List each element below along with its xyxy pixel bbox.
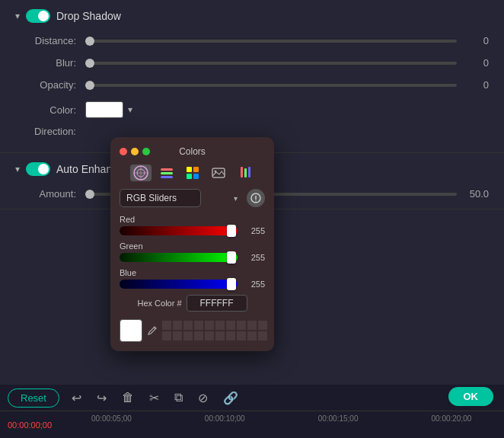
opacity-slider[interactable] [85,84,457,87]
blur-thumb[interactable] [85,59,94,68]
auto-enhance-toggle[interactable] [26,162,50,176]
swatch-cell[interactable] [194,321,203,330]
swatch-cell[interactable] [162,321,171,330]
blue-slider-thumb[interactable] [227,278,236,290]
green-slider-thumb[interactable] [227,251,236,264]
timeline-ruler: 00:00:05;00 00:00:10;00 00:00:15;00 00:0… [91,411,504,438]
time-marker-1: 00:00:10;00 [205,414,245,423]
distance-label: Distance: [15,35,76,46]
color-dropdown-arrow-icon[interactable]: ▾ [128,104,132,115]
svg-rect-10 [193,174,199,179]
swatch-cell[interactable] [215,321,225,330]
opacity-thumb[interactable] [85,81,94,90]
swatch-cell[interactable] [237,321,246,330]
current-time: 00:00:00;00 [8,420,91,430]
swatch-cell[interactable] [183,331,193,340]
tab-image-palette[interactable] [208,165,229,181]
time-marker-0: 00:00:05;00 [91,414,132,423]
drop-shadow-title: Drop Shadow [56,10,121,22]
hex-row: Hex Color # [120,295,265,312]
drop-shadow-chevron-icon[interactable]: ▾ [15,11,20,21]
hex-label: Hex Color # [137,299,181,308]
blue-slider-track[interactable] [120,280,238,289]
eyedropper-button[interactable] [147,322,158,339]
auto-enhance-chevron-icon[interactable]: ▾ [15,164,20,174]
blur-label: Blur: [15,57,76,69]
blur-value: 0 [466,57,489,69]
popup-titlebar: Colors [120,146,265,157]
select-arrow-icon: ▾ [234,194,238,203]
swatch-grid [162,321,267,340]
svg-rect-6 [161,176,173,178]
close-dot[interactable] [120,148,127,155]
color-swatch[interactable] [85,101,123,118]
timeline: Reset ↩ ↪ 🗑 ✂ ⧉ ⊘ 🔗 00:00:00;00 00:00:05… [0,385,504,438]
svg-rect-9 [187,174,192,179]
green-slider-track[interactable] [120,253,238,262]
red-slider-thumb[interactable] [227,225,236,237]
amount-thumb[interactable] [85,190,94,199]
minimize-dot[interactable] [131,148,139,155]
ok-button[interactable]: OK [448,387,494,406]
reset-button[interactable]: Reset [8,388,59,408]
direction-label: Direction: [15,126,76,137]
swatch-cell[interactable] [162,331,171,340]
tab-color-sliders[interactable] [156,165,177,181]
green-slider-container: 255 [120,253,265,262]
copy-button[interactable]: ⧉ [171,389,186,406]
preview-swatch [120,319,142,342]
green-slider-row: Green 255 [120,241,265,262]
green-value: 255 [242,253,265,262]
drop-shadow-section: ▾ Drop Shadow Distance: 0 Blur: 0 Opacit… [0,0,504,153]
blur-slider[interactable] [85,62,457,65]
opacity-row: Opacity: 0 [15,79,489,91]
color-mode-select[interactable]: RGB Sliders HSB Sliders HSL Sliders Gray… [120,189,201,207]
delete-button[interactable]: 🗑 [119,389,137,406]
swatch-cell[interactable] [226,331,235,340]
swatch-cell[interactable] [237,331,246,340]
timeline-track: 00:00:00;00 00:00:05;00 00:00:10;00 00:0… [0,411,504,438]
tab-pencils[interactable] [234,165,255,181]
distance-slider[interactable] [85,40,457,43]
link-button[interactable]: 🔗 [220,389,241,407]
red-slider-row: Red 255 [120,215,265,235]
swatch-cell[interactable] [173,331,182,340]
maximize-dot[interactable] [142,148,150,155]
colors-popup-title: Colors [179,146,206,157]
redo-button[interactable]: ↪ [94,389,110,407]
distance-thumb[interactable] [85,37,94,46]
swatch-cell[interactable] [247,331,257,340]
swatch-cell[interactable] [258,321,267,330]
swatches-bottom [120,319,265,342]
swatch-cell[interactable] [194,331,203,340]
swatch-cell[interactable] [247,321,257,330]
swatch-cell[interactable] [205,321,214,330]
time-marker-3: 00:00:20;00 [431,414,471,423]
swatch-cell[interactable] [258,331,267,340]
distance-value: 0 [466,35,489,46]
drop-shadow-toggle[interactable] [26,9,50,23]
swatch-cell[interactable] [215,331,225,340]
hex-input[interactable] [187,295,247,312]
swatch-cell[interactable] [226,321,235,330]
split-button[interactable]: ⊘ [195,389,211,407]
color-mode-tabs [120,165,265,181]
green-label: Green [120,241,265,251]
red-slider-track[interactable] [120,226,238,235]
undo-button[interactable]: ↩ [69,389,85,407]
swatch-cell[interactable] [173,321,182,330]
svg-rect-5 [161,172,173,174]
timeline-controls: Reset ↩ ↪ 🗑 ✂ ⧉ ⊘ 🔗 [0,385,504,411]
colors-popup: Colors [110,137,274,351]
svg-point-12 [214,171,216,173]
opacity-value: 0 [466,79,489,91]
swatch-cell[interactable] [183,321,193,330]
svg-rect-8 [193,167,199,172]
main-panel: ▾ Drop Shadow Distance: 0 Blur: 0 Opacit… [0,0,504,438]
tab-color-palette[interactable] [182,165,203,181]
options-button[interactable] [247,189,265,207]
tab-color-wheel[interactable] [130,165,152,181]
swatch-cell[interactable] [205,331,214,340]
cut-button[interactable]: ✂ [146,389,162,407]
color-mode-select-wrapper: RGB Sliders HSB Sliders HSL Sliders Gray… [120,189,242,207]
